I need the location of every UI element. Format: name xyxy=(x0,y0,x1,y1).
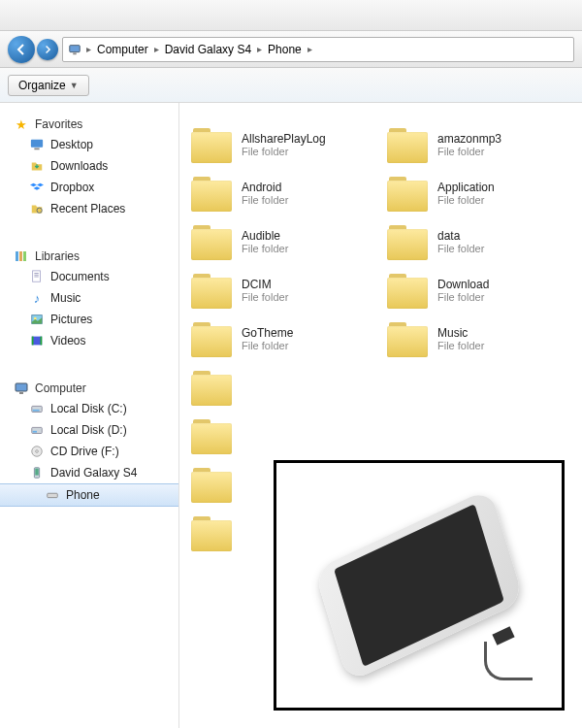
svg-rect-13 xyxy=(41,337,43,346)
folder-item[interactable]: AndroidFile folder xyxy=(187,171,372,215)
sidebar-item-disk-c[interactable]: Local Disk (C:) xyxy=(0,398,178,419)
sidebar-item-label: Downloads xyxy=(50,159,108,173)
chevron-right-icon[interactable]: ▸ xyxy=(304,44,316,54)
folder-icon xyxy=(387,175,428,212)
folder-item[interactable]: AllsharePlayLogFile folder xyxy=(187,122,372,167)
folder-type: File folder xyxy=(437,291,489,303)
phone-illustration xyxy=(274,460,565,711)
sidebar-item-disk-d[interactable]: Local Disk (D:) xyxy=(0,419,178,441)
chevron-down-icon: ▼ xyxy=(70,81,79,90)
folder-name: AllsharePlayLog xyxy=(242,132,326,146)
folder-type: File folder xyxy=(242,340,293,351)
folder-item[interactable] xyxy=(187,511,234,555)
folder-type: File folder xyxy=(242,243,288,254)
breadcrumb-segment[interactable]: Phone xyxy=(266,43,304,56)
favorites-group: ★ Favorites Desktop Downloads Dropbox Re… xyxy=(0,115,178,219)
sidebar-item-label: Recent Places xyxy=(50,202,125,215)
sidebar-item-label: CD Drive (F:) xyxy=(50,445,119,458)
folder-name: Application xyxy=(437,181,495,194)
folder-name: Download xyxy=(437,278,489,291)
sidebar-item-downloads[interactable]: Downloads xyxy=(0,155,178,177)
computer-icon xyxy=(67,42,82,57)
toolbar: Organize ▼ xyxy=(0,68,582,103)
svg-rect-17 xyxy=(33,410,40,412)
breadcrumb-segment[interactable]: Computer xyxy=(95,43,150,56)
recent-icon xyxy=(29,201,45,216)
phone-storage-icon xyxy=(45,487,60,503)
folder-icon xyxy=(191,272,232,309)
svg-rect-2 xyxy=(31,140,43,148)
sidebar-item-videos[interactable]: Videos xyxy=(0,330,178,351)
sidebar-item-pictures[interactable]: Pictures xyxy=(0,309,178,330)
desktop-icon xyxy=(29,137,45,152)
folder-item[interactable] xyxy=(187,414,234,458)
forward-button[interactable] xyxy=(37,39,58,60)
folder-icon xyxy=(387,272,428,309)
folder-type: File folder xyxy=(437,194,495,206)
libraries-label: Libraries xyxy=(35,249,80,263)
libraries-group: Libraries Documents ♪ Music Pictures Vid… xyxy=(0,247,178,351)
sidebar-item-music[interactable]: ♪ Music xyxy=(0,287,178,309)
breadcrumb-segment[interactable]: David Galaxy S4 xyxy=(163,43,253,56)
folder-icon xyxy=(191,223,232,260)
sidebar-item-label: Music xyxy=(50,291,81,305)
sidebar-item-device[interactable]: David Galaxy S4 xyxy=(0,462,178,483)
disk-icon xyxy=(29,401,45,416)
chevron-right-icon[interactable]: ▸ xyxy=(253,44,266,54)
svg-rect-1 xyxy=(73,52,77,54)
libraries-header[interactable]: Libraries xyxy=(0,247,178,266)
breadcrumb[interactable]: ▸ Computer ▸ David Galaxy S4 ▸ Phone ▸ xyxy=(62,37,574,62)
svg-rect-19 xyxy=(33,431,37,433)
folder-item[interactable]: AudibleFile folder xyxy=(187,219,372,264)
folder-item[interactable]: MusicFile folder xyxy=(383,316,567,361)
chevron-right-icon[interactable]: ▸ xyxy=(150,44,163,54)
chevron-right-icon[interactable]: ▸ xyxy=(82,44,95,54)
folder-icon xyxy=(191,417,232,454)
sidebar-item-label: Local Disk (D:) xyxy=(50,423,127,437)
folder-item[interactable]: amazonmp3File folder xyxy=(383,122,567,167)
sidebar-item-dropbox[interactable]: Dropbox xyxy=(0,177,178,198)
back-button[interactable] xyxy=(8,36,35,63)
computer-label: Computer xyxy=(35,381,86,395)
window-titlebar xyxy=(0,0,582,31)
sidebar-item-label: Documents xyxy=(50,270,110,283)
sidebar-item-phone[interactable]: Phone xyxy=(0,483,178,507)
folder-name: DCIM xyxy=(242,278,288,291)
favorites-header[interactable]: ★ Favorites xyxy=(0,115,178,134)
sidebar-item-desktop[interactable]: Desktop xyxy=(0,134,178,155)
device-icon xyxy=(29,465,45,480)
computer-header[interactable]: Computer xyxy=(0,379,178,398)
svg-rect-3 xyxy=(34,149,39,150)
folder-icon xyxy=(191,126,232,163)
address-bar: ▸ Computer ▸ David Galaxy S4 ▸ Phone ▸ xyxy=(0,31,582,68)
folder-icon xyxy=(191,175,232,212)
folder-type: File folder xyxy=(437,340,484,351)
pictures-icon xyxy=(29,312,45,327)
folder-item[interactable]: DownloadFile folder xyxy=(383,268,567,313)
svg-rect-12 xyxy=(32,337,34,346)
sidebar-item-cd-drive[interactable]: CD Drive (F:) xyxy=(0,441,178,462)
folder-item[interactable]: GoThemeFile folder xyxy=(187,316,372,361)
folder-icon xyxy=(191,514,232,551)
main-area: ★ Favorites Desktop Downloads Dropbox Re… xyxy=(0,103,582,728)
folder-item[interactable]: DCIMFile folder xyxy=(187,268,372,313)
libraries-icon xyxy=(14,248,29,264)
svg-rect-5 xyxy=(16,251,18,261)
disk-icon xyxy=(29,422,45,438)
cd-icon xyxy=(29,444,45,459)
folder-item[interactable]: dataFile folder xyxy=(383,219,567,264)
sidebar-item-label: Dropbox xyxy=(50,181,94,194)
folder-item[interactable] xyxy=(187,365,234,410)
usb-cable-icon xyxy=(474,620,533,678)
sidebar-item-recent[interactable]: Recent Places xyxy=(0,198,178,219)
folder-type: File folder xyxy=(437,243,484,254)
sidebar-item-documents[interactable]: Documents xyxy=(0,266,178,287)
folder-item[interactable] xyxy=(187,462,234,507)
documents-icon xyxy=(29,269,45,284)
downloads-icon xyxy=(29,158,45,174)
organize-button[interactable]: Organize ▼ xyxy=(8,75,89,96)
svg-rect-6 xyxy=(19,251,22,261)
folder-item[interactable]: ApplicationFile folder xyxy=(383,171,567,215)
music-icon: ♪ xyxy=(29,290,45,306)
sidebar-item-label: Local Disk (C:) xyxy=(50,402,127,415)
